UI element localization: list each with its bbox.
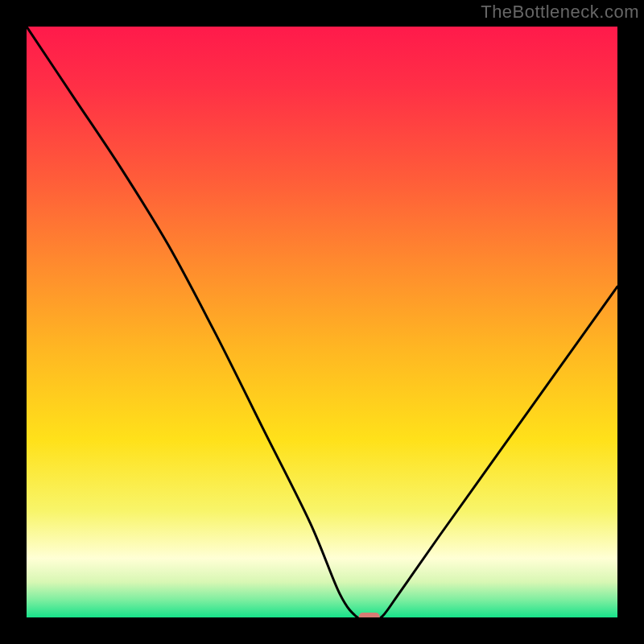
chart-frame: TheBottleneck.com bbox=[0, 0, 644, 644]
optimum-marker bbox=[359, 613, 380, 617]
watermark-text: TheBottleneck.com bbox=[481, 2, 639, 23]
plot-area bbox=[27, 27, 617, 617]
bottleneck-chart bbox=[27, 27, 617, 617]
gradient-background bbox=[27, 27, 617, 617]
